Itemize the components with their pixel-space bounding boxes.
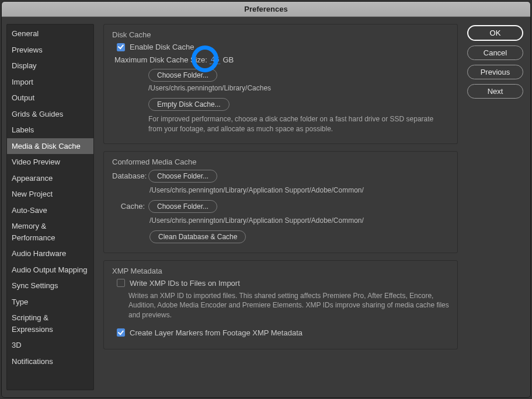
sidebar-item[interactable]: New Project	[7, 186, 93, 202]
database-choose-folder-button[interactable]: Choose Folder...	[148, 170, 217, 183]
window-body: GeneralPreviewsDisplayImportOutputGrids …	[2, 17, 530, 397]
xmp-title: XMP Metadata	[112, 267, 449, 275]
write-xmp-label: Write XMP IDs to Files on Import	[130, 279, 240, 288]
sidebar-item[interactable]: Scripting & Expressions	[7, 310, 93, 337]
xmp-section: XMP Metadata Write XMP IDs to Files on I…	[103, 260, 458, 349]
previous-button[interactable]: Previous	[467, 65, 523, 79]
database-label: Database:	[112, 172, 145, 180]
sidebar-item[interactable]: Notifications	[7, 354, 93, 370]
database-row: Database: Choose Folder...	[112, 170, 449, 183]
sidebar-item[interactable]: Video Preview	[7, 154, 93, 170]
sidebar-item[interactable]: Audio Hardware	[7, 246, 93, 262]
cache-choose-folder-button[interactable]: Choose Folder...	[148, 200, 217, 213]
enable-disk-cache-row[interactable]: Enable Disk Cache	[117, 43, 449, 51]
sidebar-item[interactable]: 3D	[7, 337, 93, 354]
choose-folder-button[interactable]: Choose Folder...	[148, 69, 217, 82]
empty-disk-cache-button[interactable]: Empty Disk Cache...	[148, 98, 230, 111]
sidebar-item[interactable]: Labels	[7, 122, 93, 138]
cache-path: /Users/chris.pennington/Library/Applicat…	[149, 216, 449, 225]
max-cache-size-label: Maximum Disk Cache Size:	[114, 55, 207, 64]
window-title: Preferences	[2, 2, 530, 17]
cache-label: Cache:	[112, 202, 145, 211]
sidebar-item[interactable]: Sync Settings	[7, 278, 93, 294]
preferences-window: Preferences GeneralPreviewsDisplayImport…	[1, 1, 531, 398]
conformed-media-section: Conformed Media Cache Database: Choose F…	[103, 151, 458, 253]
sidebar-item[interactable]: Auto-Save	[7, 202, 93, 219]
disk-cache-section: Disk Cache Enable Disk Cache Maximum Dis…	[103, 24, 458, 144]
conformed-title: Conformed Media Cache	[112, 158, 449, 166]
max-cache-size-unit: GB	[222, 55, 234, 64]
sidebar-item[interactable]: Audio Output Mapping	[7, 262, 93, 278]
create-markers-checkbox[interactable]	[117, 328, 125, 337]
disk-cache-folder-group: Choose Folder... /Users/chris.pennington…	[148, 69, 449, 134]
sidebar-item[interactable]: Previews	[7, 42, 93, 58]
write-xmp-row[interactable]: Write XMP IDs to Files on Import	[117, 279, 449, 288]
sidebar-item[interactable]: Display	[7, 58, 93, 74]
sidebar-item[interactable]: Type	[7, 294, 93, 310]
enable-disk-cache-label: Enable Disk Cache	[130, 43, 194, 51]
create-markers-label: Create Layer Markers from Footage XMP Me…	[130, 328, 302, 337]
sidebar-item[interactable]: Memory & Performance	[7, 218, 93, 246]
disk-cache-title: Disk Cache	[112, 30, 449, 39]
sidebar-item[interactable]: Import	[7, 74, 93, 90]
sidebar-item[interactable]: General	[7, 26, 93, 42]
cancel-button[interactable]: Cancel	[467, 46, 523, 60]
sidebar-item[interactable]: Output	[7, 90, 93, 106]
database-path: /Users/chris.pennington/Library/Applicat…	[149, 186, 449, 194]
disk-cache-path: /Users/chris.pennington/Library/Caches	[148, 84, 449, 92]
sidebar-item[interactable]: Media & Disk Cache	[7, 138, 93, 155]
create-markers-row[interactable]: Create Layer Markers from Footage XMP Me…	[117, 328, 449, 337]
ok-button[interactable]: OK	[467, 25, 523, 41]
action-column: OK Cancel Previous Next	[467, 24, 523, 390]
max-cache-size-row: Maximum Disk Cache Size: 46 GB	[114, 55, 449, 64]
clean-database-button[interactable]: Clean Database & Cache	[149, 230, 246, 243]
enable-disk-cache-checkbox[interactable]	[117, 43, 125, 51]
write-xmp-hint: Writes an XMP ID to imported files. This…	[128, 291, 449, 320]
sidebar-item[interactable]: Appearance	[7, 170, 93, 187]
main-panel: Disk Cache Enable Disk Cache Maximum Dis…	[103, 24, 458, 390]
next-button[interactable]: Next	[467, 84, 523, 99]
max-cache-size-value[interactable]: 46	[210, 55, 220, 64]
write-xmp-checkbox[interactable]	[117, 279, 125, 287]
cache-row: Cache: Choose Folder...	[112, 200, 449, 213]
category-sidebar: GeneralPreviewsDisplayImportOutputGrids …	[6, 24, 94, 390]
sidebar-item[interactable]: Grids & Guides	[7, 106, 93, 123]
disk-cache-hint: For improved performance, choose a disk …	[148, 114, 449, 134]
